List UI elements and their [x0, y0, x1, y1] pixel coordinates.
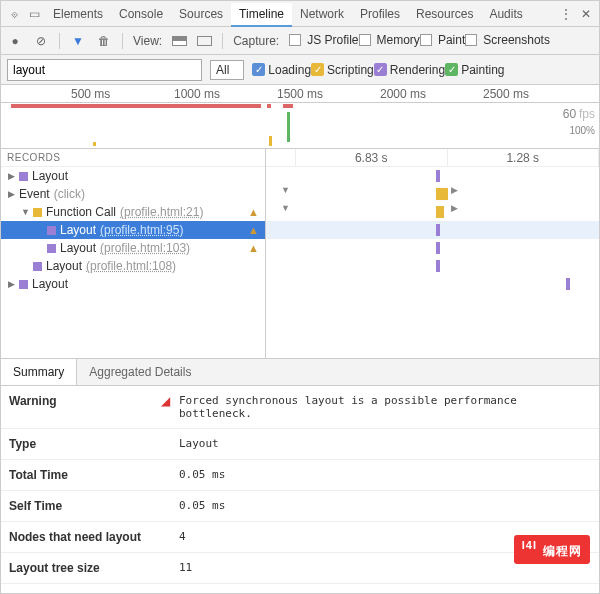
tab-profiles[interactable]: Profiles [352, 3, 408, 27]
overview-ruler[interactable]: 500 ms1000 ms1500 ms2000 ms2500 ms [1, 85, 599, 103]
warning-icon: ▲ [248, 206, 259, 218]
device-icon[interactable]: ▭ [25, 7, 43, 21]
record-row[interactable]: ▼Function Call (profile.html:21)▲ [1, 203, 265, 221]
trash-icon[interactable]: 🗑 [96, 34, 112, 48]
detail-row: Self Time0.05 ms [1, 491, 599, 522]
view-label: View: [133, 34, 162, 48]
capture-opt[interactable]: JS Profile [289, 33, 358, 47]
detail-tabs: SummaryAggregated Details [1, 359, 599, 386]
detail-row: Total Time0.05 ms [1, 460, 599, 491]
more-icon[interactable]: ⋮ [557, 7, 575, 21]
capture-opt[interactable]: Screenshots [465, 33, 550, 47]
close-icon[interactable]: ✕ [577, 7, 595, 21]
tab-audits[interactable]: Audits [481, 3, 530, 27]
filter-pill[interactable]: Rendering [374, 63, 445, 77]
devtools-tabbar: ⟐ ▭ ElementsConsoleSourcesTimelineNetwor… [1, 1, 599, 27]
record-row[interactable]: ▶Layout [1, 167, 265, 185]
record-row[interactable]: Layout (profile.html:103)▲ [1, 239, 265, 257]
capture-opt[interactable]: Memory [359, 33, 420, 47]
tracks-area[interactable]: 6.83 s1.28 s ▼▶▼▶ [266, 149, 599, 358]
watermark-logo: I4I 编程网 [514, 535, 590, 564]
tab-sources[interactable]: Sources [171, 3, 231, 27]
detail-table: Warning◢Forced synchronous layout is a p… [1, 386, 599, 594]
filter-input[interactable] [7, 59, 202, 81]
record-row[interactable]: ▶Event (click) [1, 185, 265, 203]
detail-tab[interactable]: Aggregated Details [77, 359, 203, 385]
capture-opt[interactable]: Paint [420, 33, 465, 47]
detail-row: Layout scopeWhole document [1, 584, 599, 594]
list-view-icon[interactable] [197, 36, 212, 46]
records-tree[interactable]: RECORDS ▶Layout▶Event (click)▼Function C… [1, 149, 266, 358]
filter-pill[interactable]: Scripting [311, 63, 374, 77]
tab-elements[interactable]: Elements [45, 3, 111, 27]
filter-row: All LoadingScriptingRenderingPainting [1, 55, 599, 85]
records-heading: RECORDS [1, 149, 265, 167]
detail-row: Layout tree size11 [1, 553, 599, 584]
inspect-icon[interactable]: ⟐ [5, 7, 23, 21]
tab-resources[interactable]: Resources [408, 3, 481, 27]
detail-row: Nodes that need layout4 [1, 522, 599, 553]
record-row[interactable]: Layout (profile.html:108) [1, 257, 265, 275]
filter-icon[interactable]: ▼ [70, 34, 86, 48]
warning-icon: ▲ [248, 242, 259, 254]
detail-row: Warning◢Forced synchronous layout is a p… [1, 386, 599, 429]
filter-pill[interactable]: Painting [445, 63, 504, 77]
record-row[interactable]: ▶Layout [1, 275, 265, 293]
tab-timeline[interactable]: Timeline [231, 3, 292, 27]
record-row[interactable]: Layout (profile.html:95)▲ [1, 221, 265, 239]
records-panel: RECORDS ▶Layout▶Event (click)▼Function C… [1, 149, 599, 359]
capture-label: Capture: [233, 34, 279, 48]
detail-row: TypeLayout [1, 429, 599, 460]
filter-pill[interactable]: Loading [252, 63, 311, 77]
filter-select[interactable]: All [210, 60, 244, 80]
clear-icon[interactable]: ⊘ [33, 34, 49, 48]
timeline-toolbar: ● ⊘ ▼ 🗑 View: Capture: JS ProfileMemoryP… [1, 27, 599, 55]
tab-console[interactable]: Console [111, 3, 171, 27]
overview-waveform[interactable]: 60 fps 100% [1, 103, 599, 149]
detail-tab[interactable]: Summary [1, 359, 77, 385]
tab-network[interactable]: Network [292, 3, 352, 27]
flame-view-icon[interactable] [172, 36, 187, 46]
record-icon[interactable]: ● [7, 34, 23, 48]
warning-icon: ▲ [248, 224, 259, 236]
